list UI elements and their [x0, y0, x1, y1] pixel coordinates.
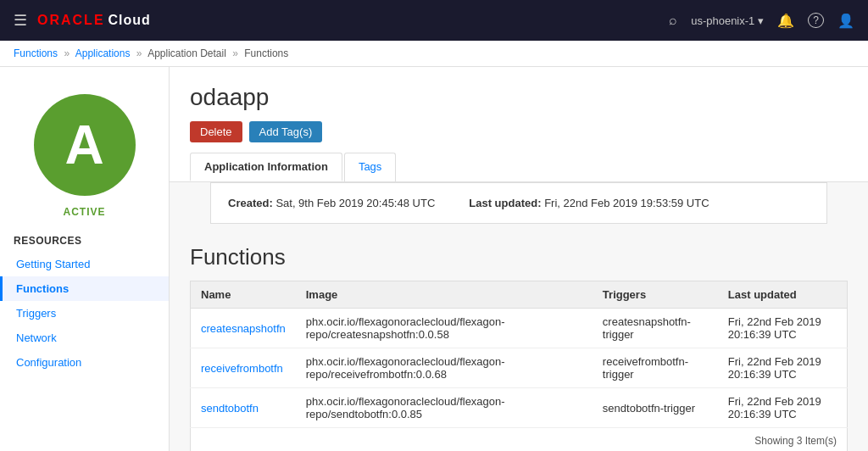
cell-last-updated: Fri, 22nd Feb 2019 20:16:39 UTC — [718, 348, 848, 388]
breadcrumb-functions-2: Functions — [244, 47, 288, 59]
app-tabs: Application Information Tags — [190, 153, 848, 181]
app-status: ACTIVE — [63, 206, 105, 218]
cloud-text: Cloud — [108, 13, 151, 28]
app-header: odaapp Delete Add Tag(s) Application Inf… — [170, 67, 868, 182]
tab-tags[interactable]: Tags — [344, 153, 396, 181]
delete-button[interactable]: Delete — [190, 121, 242, 142]
cell-image: phx.ocir.io/flexagonoraclecloud/flexagon… — [296, 309, 593, 348]
content-area: odaapp Delete Add Tag(s) Application Inf… — [170, 67, 868, 451]
app-avatar: A — [34, 94, 136, 196]
action-buttons: Delete Add Tag(s) — [190, 121, 848, 142]
cell-triggers: receivefrombotfn-trigger — [593, 348, 718, 388]
add-tag-button[interactable]: Add Tag(s) — [249, 121, 323, 142]
created-info: Created: Sat, 9th Feb 2019 20:45:48 UTC — [228, 197, 435, 209]
chevron-down-icon: ▾ — [758, 14, 764, 27]
bell-icon[interactable]: 🔔 — [777, 13, 794, 29]
cell-triggers: sendtobotfn-trigger — [593, 388, 718, 428]
breadcrumb-sep-3: » — [232, 47, 238, 59]
cell-last-updated: Fri, 22nd Feb 2019 20:16:39 UTC — [718, 388, 848, 428]
region-label: us-phoenix-1 — [691, 14, 754, 27]
resources-label: Resources — [0, 225, 169, 252]
table-row: receivefrombotfn phx.ocir.io/flexagonora… — [191, 348, 848, 388]
col-name: Name — [191, 281, 296, 309]
breadcrumb-functions[interactable]: Functions — [14, 47, 58, 59]
info-panel: Created: Sat, 9th Feb 2019 20:45:48 UTC … — [210, 182, 827, 224]
updated-info: Last updated: Fri, 22nd Feb 2019 19:53:5… — [469, 197, 709, 209]
sidebar-app-section: A ACTIVE — [0, 81, 169, 225]
table-footer: Showing 3 Item(s) — [190, 428, 848, 451]
functions-title: Functions — [190, 237, 848, 270]
cell-image: phx.ocir.io/flexagonoraclecloud/flexagon… — [296, 348, 593, 388]
table-row: createsnapshotfn phx.ocir.io/flexagonora… — [191, 309, 848, 348]
app-title: odaapp — [190, 84, 848, 111]
created-value: Sat, 9th Feb 2019 20:45:48 UTC — [275, 197, 435, 209]
cell-name: createsnapshotfn — [191, 309, 296, 348]
sidebar: A ACTIVE Resources Getting Started Funct… — [0, 67, 170, 451]
functions-table: Name Image Triggers Last updated creates… — [190, 281, 848, 428]
cell-triggers: createsnapshotfn-trigger — [593, 309, 718, 348]
breadcrumb-sep-2: » — [136, 47, 142, 59]
col-last-updated: Last updated — [718, 281, 848, 309]
top-navigation: ☰ ORACLE Cloud ⌕ us-phoenix-1 ▾ 🔔 ? 👤 — [0, 0, 868, 41]
updated-value: Fri, 22nd Feb 2019 19:53:59 UTC — [544, 197, 709, 209]
function-link-2[interactable]: sendtobotfn — [201, 402, 259, 415]
updated-label: Last updated: — [469, 197, 541, 209]
cell-name: receivefrombotfn — [191, 348, 296, 388]
cell-last-updated: Fri, 22nd Feb 2019 20:16:39 UTC — [718, 309, 848, 348]
cell-name: sendtobotfn — [191, 388, 296, 428]
breadcrumb: Functions » Applications » Application D… — [0, 41, 868, 67]
help-icon[interactable]: ? — [808, 13, 824, 28]
region-selector[interactable]: us-phoenix-1 ▾ — [691, 14, 764, 27]
nav-right-actions: ⌕ us-phoenix-1 ▾ 🔔 ? 👤 — [669, 13, 854, 29]
main-layout: A ACTIVE Resources Getting Started Funct… — [0, 67, 868, 451]
oracle-logo: ORACLE Cloud — [37, 13, 151, 28]
tab-application-information[interactable]: Application Information — [190, 153, 342, 181]
created-label: Created: — [228, 197, 273, 209]
table-body: createsnapshotfn phx.ocir.io/flexagonora… — [191, 309, 848, 428]
col-triggers: Triggers — [593, 281, 718, 309]
sidebar-item-getting-started[interactable]: Getting Started — [0, 252, 169, 276]
sidebar-item-network[interactable]: Network — [0, 326, 169, 350]
oracle-text: ORACLE — [37, 13, 105, 28]
sidebar-item-functions[interactable]: Functions — [0, 276, 169, 301]
sidebar-item-triggers[interactable]: Triggers — [0, 301, 169, 326]
functions-section: Functions Name Image Triggers Last updat… — [170, 237, 868, 451]
sidebar-item-configuration[interactable]: Configuration — [0, 350, 169, 375]
search-icon[interactable]: ⌕ — [669, 13, 677, 28]
breadcrumb-applications[interactable]: Applications — [75, 47, 131, 59]
hamburger-icon[interactable]: ☰ — [14, 11, 27, 30]
cell-image: phx.ocir.io/flexagonoraclecloud/flexagon… — [296, 388, 593, 428]
breadcrumb-sep-1: » — [64, 47, 70, 59]
table-row: sendtobotfn phx.ocir.io/flexagonoraclecl… — [191, 388, 848, 428]
function-link-0[interactable]: createsnapshotfn — [201, 322, 286, 335]
col-image: Image — [296, 281, 593, 309]
function-link-1[interactable]: receivefrombotfn — [201, 362, 283, 375]
user-icon[interactable]: 👤 — [837, 13, 854, 29]
info-row: Created: Sat, 9th Feb 2019 20:45:48 UTC … — [228, 197, 810, 209]
table-header-row: Name Image Triggers Last updated — [191, 281, 848, 309]
breadcrumb-detail: Application Detail — [147, 47, 226, 59]
table-header: Name Image Triggers Last updated — [191, 281, 848, 309]
